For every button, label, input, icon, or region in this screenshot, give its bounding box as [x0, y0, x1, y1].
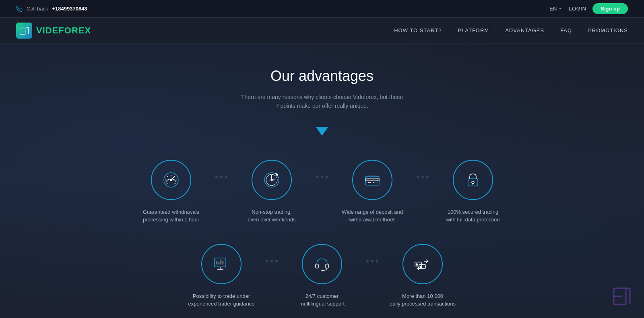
svg-point-15 [271, 179, 272, 181]
nav-platform[interactable]: PLATFORM [458, 27, 489, 33]
lock-icon [463, 170, 483, 190]
advantage-transactions: $ $ More than 10 000 daily processed tra… [378, 240, 467, 312]
phone-number[interactable]: +18499370843 [52, 6, 87, 12]
main-content: Our advantages There are many reasons wh… [0, 43, 644, 318]
logo-icon [16, 23, 32, 39]
nonstop-icon-circle [252, 160, 292, 200]
logo-text: VIDEFOREX [36, 25, 91, 36]
transactions-icon-circle: $ $ [402, 244, 443, 284]
advantages-row-2: Possibility to trade under experienced t… [0, 240, 644, 312]
watermark-icon [612, 284, 636, 308]
dots-3 [417, 176, 429, 178]
svg-point-3 [170, 179, 172, 181]
navigation-bar: VIDEFOREX HOW TO START? PLATFORM ADVANTA… [0, 18, 644, 43]
support-label: 24/7 customer multilingual support [299, 292, 345, 308]
speedometer-icon [161, 170, 181, 190]
svg-rect-21 [468, 179, 478, 186]
nav-advantages[interactable]: ADVANTAGES [505, 27, 544, 33]
transactions-icon: $ $ [413, 254, 433, 274]
dots-4 [266, 260, 278, 262]
logo-svg [19, 25, 29, 36]
clock-icon [262, 170, 282, 190]
lang-label: EN [549, 6, 557, 12]
phone-icon [16, 6, 23, 12]
svg-line-7 [167, 176, 168, 177]
security-label: 100% secured trading with full data prot… [446, 208, 500, 224]
advantages-row-1: Guaranteed withdrawals processing within… [0, 156, 644, 228]
top-bar: Call back +18499370843 EN LOGIN Sign up [0, 0, 644, 18]
support-icon-circle [302, 244, 342, 284]
svg-rect-33 [326, 264, 328, 268]
deposit-label: Wide range of deposit and withdrawal met… [342, 208, 403, 224]
advantage-security: 100% secured trading with full data prot… [429, 156, 517, 228]
dots-1 [215, 176, 227, 178]
svg-line-4 [167, 183, 167, 184]
guidance-label: Possibility to trade under experienced t… [188, 292, 255, 308]
nav-promotions[interactable]: PROMOTIONS [588, 27, 628, 33]
watermark [612, 284, 636, 310]
guidance-icon-circle [201, 244, 242, 284]
svg-point-22 [472, 181, 474, 184]
advantage-deposit: Wide range of deposit and withdrawal met… [328, 156, 417, 228]
nav-how-to-start[interactable]: HOW TO START? [394, 27, 442, 33]
svg-rect-17 [365, 179, 379, 181]
advantage-nonstop: Non-stop trading, even over weekends [227, 156, 316, 228]
transactions-label: More than 10 000 daily processed transac… [390, 292, 456, 308]
advantage-guidance: Possibility to trade under experienced t… [177, 240, 266, 312]
language-selector[interactable]: EN [549, 6, 562, 12]
security-icon-circle [453, 160, 493, 200]
nav-faq[interactable]: FAQ [560, 27, 572, 33]
svg-text:$: $ [420, 266, 422, 268]
login-button[interactable]: LOGIN [569, 6, 586, 12]
nav-links: HOW TO START? PLATFORM ADVANTAGES FAQ PR… [394, 27, 628, 33]
arrow-down-icon [316, 127, 328, 136]
dots-5 [366, 260, 378, 262]
callback-section: Call back +18499370843 [16, 6, 87, 12]
nonstop-label: Non-stop trading, even over weekends [248, 208, 295, 224]
section-subtitle: There are many reasons why clients choos… [0, 93, 644, 111]
dots-2 [316, 176, 328, 178]
card-icon [362, 170, 382, 190]
header-actions: EN LOGIN Sign up [549, 3, 628, 14]
chart-icon [211, 254, 231, 274]
callback-label: Call back [27, 6, 48, 12]
advantage-support: 24/7 customer multilingual support [278, 240, 366, 312]
svg-rect-24 [215, 258, 226, 267]
deposit-icon-circle [352, 160, 392, 200]
svg-rect-32 [316, 264, 318, 268]
advantage-withdrawals: Guaranteed withdrawals processing within… [127, 156, 215, 228]
svg-line-5 [175, 183, 175, 184]
logo[interactable]: VIDEFOREX [16, 23, 91, 39]
chevron-down-icon [558, 7, 562, 11]
signup-button[interactable]: Sign up [592, 3, 628, 14]
section-title: Our advantages [0, 68, 644, 85]
withdrawals-icon-circle [151, 160, 191, 200]
withdrawals-label: Guaranteed withdrawals processing within… [143, 208, 199, 224]
headset-icon [312, 254, 332, 274]
svg-text:$: $ [416, 263, 418, 266]
